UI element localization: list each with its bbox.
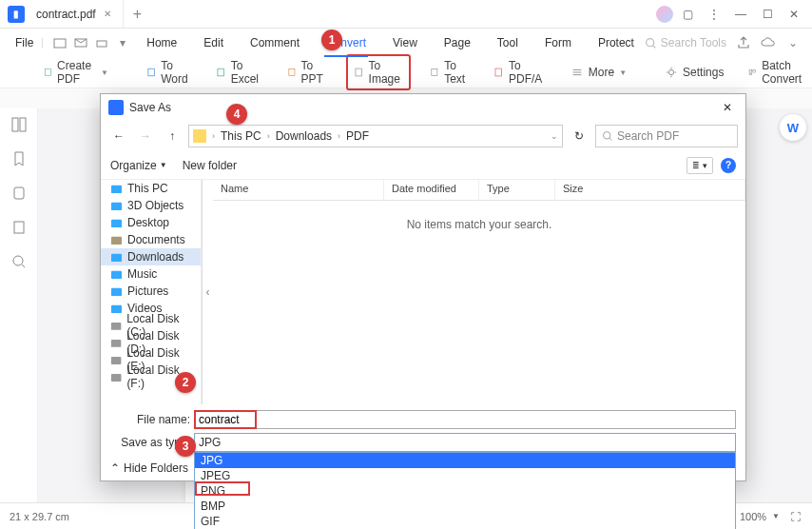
file-name-input[interactable] xyxy=(194,410,736,429)
to-pdfa-button[interactable]: To PDF/A xyxy=(488,56,551,88)
document-tab[interactable]: contract.pdf ✕ xyxy=(30,0,124,29)
folder-icon xyxy=(110,304,123,314)
tab-page[interactable]: Page xyxy=(442,32,473,53)
type-option-png[interactable]: PNG xyxy=(195,483,735,499)
title-bar: ▮ contract.pdf ✕ + ▢ ⋮ — ☐ ✕ xyxy=(0,0,812,29)
search-icon[interactable] xyxy=(10,253,28,270)
chevron-down-icon[interactable]: ▾ xyxy=(115,35,130,50)
fullscreen-icon[interactable] xyxy=(789,510,802,523)
thumbnails-icon[interactable] xyxy=(10,116,28,133)
settings-button[interactable]: Settings xyxy=(659,63,729,82)
window-close-icon[interactable]: ✕ xyxy=(782,4,806,25)
bookmark-icon[interactable] xyxy=(10,150,28,167)
col-name[interactable]: Name xyxy=(213,180,384,200)
dialog-search[interactable]: Search PDF xyxy=(595,125,738,147)
type-option-jpg[interactable]: JPG xyxy=(195,453,735,468)
to-word-button[interactable]: To Word xyxy=(141,56,197,88)
dialog-title: Save As xyxy=(129,101,717,114)
chevron-down-icon[interactable]: ▼ xyxy=(772,512,780,520)
folder-icon xyxy=(110,321,122,331)
batch-convert-button[interactable]: Batch Convert xyxy=(743,56,812,88)
folder-icon xyxy=(193,129,206,143)
tab-comment[interactable]: Comment xyxy=(248,32,301,53)
to-excel-button[interactable]: To Excel xyxy=(210,56,267,88)
file-menu[interactable]: File xyxy=(6,32,43,53)
svg-rect-28 xyxy=(111,185,122,192)
svg-rect-33 xyxy=(111,270,122,278)
tab-view[interactable]: View xyxy=(391,32,419,53)
svg-rect-10 xyxy=(432,69,437,75)
chevron-down-icon[interactable]: ⌄ xyxy=(785,35,801,50)
share-icon[interactable] xyxy=(736,35,751,50)
tab-form[interactable]: Form xyxy=(543,32,573,53)
tree-item-downloads[interactable]: Downloads xyxy=(101,248,201,265)
breadcrumb[interactable]: › This PC › Downloads › PDF ⌄ xyxy=(188,125,563,147)
tree-item-this-pc[interactable]: This PC xyxy=(101,180,201,197)
tab-close-icon[interactable]: ✕ xyxy=(104,9,111,19)
type-option-gif[interactable]: GIF xyxy=(195,514,735,529)
nav-up-icon[interactable]: ↑ xyxy=(162,126,183,147)
help-icon[interactable]: ? xyxy=(721,158,736,173)
chevron-down-icon[interactable]: ⌄ xyxy=(551,131,558,141)
word-export-icon[interactable]: W xyxy=(780,114,806,141)
window-maximize-icon[interactable]: ☐ xyxy=(755,4,780,25)
folder-icon xyxy=(110,338,122,348)
save-type-select[interactable]: JPG xyxy=(194,433,736,452)
tab-tool[interactable]: Tool xyxy=(495,32,520,53)
new-folder-button[interactable]: New folder xyxy=(183,159,237,172)
tab-edit[interactable]: Edit xyxy=(202,32,225,53)
tree-collapse-icon[interactable]: ‹ xyxy=(202,180,213,404)
user-avatar[interactable] xyxy=(656,6,673,23)
refresh-icon[interactable]: ↻ xyxy=(569,126,590,147)
svg-point-26 xyxy=(604,132,611,140)
form-icon[interactable] xyxy=(10,219,28,236)
cloud-icon[interactable] xyxy=(761,35,776,50)
tree-item-3d-objects[interactable]: 3D Objects xyxy=(101,197,201,214)
col-type[interactable]: Type xyxy=(479,180,555,200)
new-tab-button[interactable]: + xyxy=(124,6,151,23)
menu-tabs: Home Edit Comment Convert View Page Tool… xyxy=(140,32,641,53)
organize-button[interactable]: Organize▼ xyxy=(110,159,167,172)
tree-item-documents[interactable]: Documents xyxy=(101,231,201,248)
tree-item-music[interactable]: Music xyxy=(101,265,201,283)
tab-home[interactable]: Home xyxy=(145,32,179,53)
svg-rect-32 xyxy=(111,253,122,261)
to-ppt-button[interactable]: To PPT xyxy=(281,56,333,88)
type-option-jpeg[interactable]: JPEG xyxy=(195,468,735,483)
file-name-label: File name: xyxy=(110,413,194,426)
folder-icon xyxy=(110,372,122,382)
print-icon[interactable] xyxy=(94,35,109,50)
tree-item-desktop[interactable]: Desktop xyxy=(101,214,201,231)
callout-4: 4 xyxy=(226,104,247,125)
nav-forward-icon[interactable]: → xyxy=(135,126,156,147)
zoom-value[interactable]: 100% xyxy=(740,511,766,522)
dialog-app-icon xyxy=(108,100,124,115)
window-minimize-icon[interactable]: — xyxy=(728,4,753,25)
svg-line-21 xyxy=(22,264,25,267)
window-kebab-icon[interactable]: ⋮ xyxy=(702,4,726,25)
tree-item-pictures[interactable]: Pictures xyxy=(101,283,201,300)
nav-back-icon[interactable]: ← xyxy=(108,126,129,147)
mail-icon[interactable] xyxy=(73,35,88,50)
col-size[interactable]: Size xyxy=(555,180,745,200)
more-button[interactable]: More▼ xyxy=(565,63,632,82)
to-image-button[interactable]: To Image xyxy=(346,54,411,90)
app-icon: ▮ xyxy=(8,6,25,23)
search-tools[interactable]: Search Tools xyxy=(645,36,726,49)
folder-tree[interactable]: This PC3D ObjectsDesktopDocumentsDownloa… xyxy=(101,180,202,404)
tab-protect[interactable]: Protect xyxy=(596,32,636,53)
svg-rect-35 xyxy=(111,304,122,312)
col-date[interactable]: Date modified xyxy=(384,180,479,200)
open-icon[interactable] xyxy=(52,35,68,50)
view-options-icon[interactable]: ≣ ▾ xyxy=(686,157,713,174)
window-panel-icon[interactable]: ▢ xyxy=(675,4,700,25)
svg-rect-0 xyxy=(54,39,66,48)
callout-1: 1 xyxy=(321,29,342,50)
to-text-button[interactable]: To Text xyxy=(424,56,474,88)
type-dropdown: JPGJPEGPNGBMPGIFTIFF xyxy=(194,452,736,529)
dialog-nav: ← → ↑ › This PC › Downloads › PDF ⌄ ↻ Se… xyxy=(101,121,745,151)
dialog-close-icon[interactable]: ✕ xyxy=(717,97,738,118)
attachment-icon[interactable] xyxy=(10,185,28,202)
create-pdf-button[interactable]: Create PDF▼ xyxy=(38,56,114,88)
type-option-bmp[interactable]: BMP xyxy=(195,499,735,514)
